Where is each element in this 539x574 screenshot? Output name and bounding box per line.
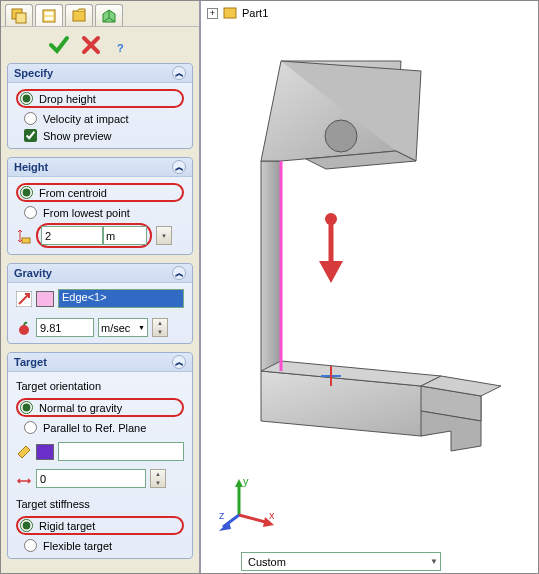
collapse-icon[interactable]: ︽ — [172, 66, 186, 80]
ok-button[interactable] — [47, 33, 71, 57]
radio-normal-to-gravity[interactable]: Normal to gravity — [20, 401, 122, 414]
group-height-title: Height — [14, 161, 48, 173]
panel-tabbar — [1, 1, 199, 27]
group-gravity: Gravity ︽ Edge<1> m/ — [7, 263, 193, 344]
axis-z-label: z — [219, 509, 225, 521]
group-gravity-title: Gravity — [14, 267, 52, 279]
group-height-header[interactable]: Height ︽ — [8, 158, 192, 177]
check-show-preview-input[interactable] — [24, 129, 37, 142]
axis-y-label: y — [243, 475, 249, 487]
gravity-unit-label: m/sec — [101, 322, 130, 334]
gravity-value-input[interactable] — [36, 318, 94, 337]
apple-icon — [16, 320, 32, 336]
target-stiffness-heading: Target stiffness — [16, 498, 184, 510]
cancel-button[interactable] — [79, 33, 103, 57]
height-unit-dropdown[interactable]: ▼ — [156, 226, 172, 245]
svg-rect-4 — [45, 17, 53, 20]
view-mode-dropdown[interactable]: Custom ▼ — [241, 552, 441, 571]
group-height: Height ︽ From centroid From lowest point — [7, 157, 193, 255]
group-specify-header[interactable]: Specify ︽ — [8, 64, 192, 83]
radio-from-lowest-input[interactable] — [24, 206, 37, 219]
expand-icon[interactable]: + — [207, 8, 218, 19]
property-panel: ? Specify ︽ Drop height — [1, 1, 201, 573]
feature-tree-icon — [11, 8, 27, 24]
svg-rect-7 — [22, 238, 30, 243]
radio-flexible-target[interactable]: Flexible target — [16, 539, 184, 552]
flyout-tree[interactable]: + Part1 — [207, 5, 268, 21]
radio-normal-label: Normal to gravity — [39, 402, 122, 414]
radio-from-centroid-label: From centroid — [39, 187, 107, 199]
group-specify: Specify ︽ Drop height Velocity at impact — [7, 63, 193, 149]
height-value-input[interactable] — [41, 226, 103, 245]
gravity-arrow-icon — [319, 213, 343, 283]
height-unit-label: m — [106, 230, 115, 242]
collapse-icon[interactable]: ︽ — [172, 355, 186, 369]
panel-scroll[interactable]: Specify ︽ Drop height Velocity at impact — [1, 63, 199, 573]
part-icon — [222, 5, 238, 21]
gravity-selection-text: Edge<1> — [62, 291, 107, 303]
view-triad[interactable]: y x z — [219, 475, 279, 535]
gravity-selection-box[interactable]: Edge<1> — [58, 289, 184, 308]
render-icon — [101, 8, 117, 24]
friction-value-input[interactable] — [36, 469, 146, 488]
pm-action-bar: ? — [1, 27, 199, 63]
svg-point-11 — [325, 120, 357, 152]
tab-config[interactable] — [65, 4, 93, 26]
radio-drop-height[interactable]: Drop height — [20, 92, 96, 105]
radio-velocity-label: Velocity at impact — [43, 113, 129, 125]
direction-icon — [16, 291, 32, 307]
x-icon — [80, 34, 102, 56]
radio-flexible-input[interactable] — [24, 539, 37, 552]
height-unit-select[interactable]: m — [103, 226, 147, 245]
group-specify-title: Specify — [14, 67, 53, 79]
graphics-viewport[interactable]: + Part1 — [201, 1, 538, 573]
radio-drop-height-input[interactable] — [20, 92, 33, 105]
property-manager-icon — [41, 8, 57, 24]
help-button[interactable]: ? — [111, 33, 135, 57]
radio-flexible-label: Flexible target — [43, 540, 112, 552]
radio-parallel-plane[interactable]: Parallel to Ref. Plane — [16, 421, 184, 434]
tab-render[interactable] — [95, 4, 123, 26]
radio-drop-height-label: Drop height — [39, 93, 96, 105]
check-show-preview[interactable]: Show preview — [16, 129, 184, 142]
part-geometry — [221, 41, 521, 491]
group-gravity-header[interactable]: Gravity ︽ — [8, 264, 192, 283]
svg-rect-10 — [224, 8, 236, 18]
radio-from-centroid-input[interactable] — [20, 186, 33, 199]
radio-normal-input[interactable] — [20, 401, 33, 414]
svg-rect-2 — [43, 10, 55, 22]
part-name-label: Part1 — [242, 7, 268, 19]
svg-text:?: ? — [117, 42, 124, 54]
radio-rigid-input[interactable] — [20, 519, 33, 532]
svg-point-14 — [325, 213, 337, 225]
target-orientation-heading: Target orientation — [16, 380, 184, 392]
gravity-color-swatch — [36, 291, 54, 307]
collapse-icon[interactable]: ︽ — [172, 160, 186, 174]
radio-rigid-label: Rigid target — [39, 520, 95, 532]
svg-point-9 — [19, 325, 29, 335]
gravity-unit-select[interactable]: m/sec▼ — [98, 318, 148, 337]
radio-from-lowest-label: From lowest point — [43, 207, 130, 219]
radio-from-centroid[interactable]: From centroid — [20, 186, 107, 199]
collapse-icon[interactable]: ︽ — [172, 266, 186, 280]
group-target: Target ︽ Target orientation Normal to gr… — [7, 352, 193, 559]
radio-parallel-label: Parallel to Ref. Plane — [43, 422, 146, 434]
height-icon — [16, 228, 32, 244]
radio-velocity-input[interactable] — [24, 112, 37, 125]
target-color-swatch — [36, 444, 54, 460]
group-target-header[interactable]: Target ︽ — [8, 353, 192, 372]
radio-from-lowest[interactable]: From lowest point — [16, 206, 184, 219]
radio-parallel-input[interactable] — [24, 421, 37, 434]
svg-rect-1 — [16, 13, 26, 23]
radio-velocity[interactable]: Velocity at impact — [16, 112, 184, 125]
target-plane-selection[interactable] — [58, 442, 184, 461]
group-target-title: Target — [14, 356, 47, 368]
friction-icon — [16, 471, 32, 487]
check-icon — [48, 34, 70, 56]
radio-rigid-target[interactable]: Rigid target — [20, 519, 95, 532]
tab-property-manager[interactable] — [35, 4, 63, 26]
svg-rect-5 — [73, 11, 85, 21]
tab-feature[interactable] — [5, 4, 33, 26]
friction-spinner[interactable]: ▲▼ — [150, 469, 166, 488]
gravity-spinner[interactable]: ▲▼ — [152, 318, 168, 337]
